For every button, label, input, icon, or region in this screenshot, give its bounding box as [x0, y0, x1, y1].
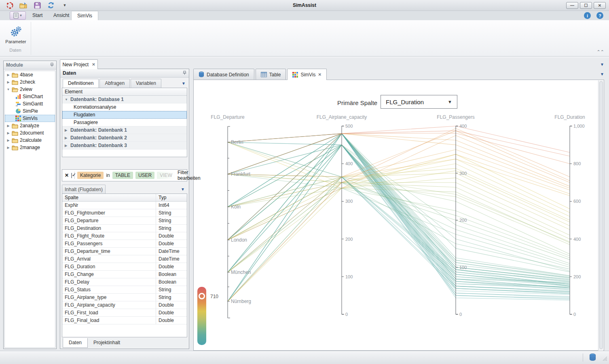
table-row[interactable]: FLG_DepartureString: [62, 217, 187, 225]
table-row[interactable]: FLG_Airplane_typeString: [62, 294, 187, 301]
table-row[interactable]: FLG_ChangeBoolean: [62, 271, 187, 278]
scrollbar-thumb[interactable]: [599, 81, 603, 349]
tab-simvis-doc[interactable]: SimVis ✕: [287, 69, 327, 80]
table-row[interactable]: FLG_PassengersDouble: [62, 240, 187, 248]
element-row-datenbank-database-1[interactable]: ▼Datenbank: Database 1: [62, 96, 187, 103]
filter-value-chip-table[interactable]: TABLE: [112, 172, 133, 179]
application-menu-button[interactable]: ▼: [10, 11, 26, 20]
expand-icon[interactable]: ▶: [6, 139, 10, 142]
filter-category-chip[interactable]: Kategorie: [77, 172, 104, 179]
minimize-button[interactable]: —: [566, 2, 578, 9]
expand-icon[interactable]: ▶: [6, 80, 10, 84]
sidebar-item-2view[interactable]: ▼2view: [5, 86, 55, 93]
tab-table[interactable]: Table: [256, 69, 286, 80]
chart-scrollbar[interactable]: [598, 80, 603, 351]
table-row[interactable]: FLG_DelayBoolean: [62, 278, 187, 286]
parallel-coordinates-chart[interactable]: FLG_DepartureBerlinFrankfurtKölnLondonMü…: [194, 80, 599, 350]
pc-line[interactable]: [228, 131, 570, 174]
database-status-icon[interactable]: [589, 353, 596, 362]
pin-icon[interactable]: [183, 71, 186, 76]
tab-start[interactable]: Start: [27, 11, 48, 20]
pc-line[interactable]: [228, 174, 570, 267]
filter-enabled-checkbox[interactable]: [71, 173, 72, 178]
tab-abfragen[interactable]: Abfragen: [99, 79, 130, 88]
column-header-spalte[interactable]: Spalte: [62, 194, 156, 201]
filter-value-chip-user[interactable]: USER: [135, 172, 154, 179]
element-row-passagiere[interactable]: Passagiere: [62, 119, 187, 126]
inhalt-dropdown-icon[interactable]: ▼: [181, 187, 185, 191]
tab-variablen[interactable]: Variablen: [131, 79, 161, 88]
sidebar-item-simchart[interactable]: SimChart: [5, 93, 55, 100]
sidebar-item-2document[interactable]: ▶2document: [5, 129, 55, 137]
bottom-tab-daten[interactable]: Daten: [63, 338, 88, 348]
expand-icon[interactable]: ▶: [6, 124, 10, 128]
expand-icon[interactable]: ▶: [6, 73, 10, 77]
element-row-datenbank-datenbank-3[interactable]: ▶Datenbank: Datenbank 3: [62, 142, 187, 149]
tab-database-definition[interactable]: Database Definition: [193, 69, 254, 80]
help-icon[interactable]: ?: [596, 12, 603, 19]
table-row[interactable]: FLG_StatusString: [62, 286, 187, 294]
sidebar-item-simvis[interactable]: SimVis: [5, 115, 55, 122]
pc-line[interactable]: [228, 145, 570, 271]
element-row-datenbank-datenbank-1[interactable]: ▶Datenbank: Datenbank 1: [62, 126, 187, 134]
sidebar-item-2calculate[interactable]: ▶2calculate: [5, 137, 55, 144]
sidebar-item-simgantt[interactable]: SimGantt: [5, 100, 55, 107]
table-row[interactable]: FLG_Airplane_capacityDouble: [62, 301, 187, 309]
folder-icon: [12, 87, 18, 92]
sidebar-item-label: SimGantt: [23, 101, 43, 107]
close-button[interactable]: ✕: [594, 2, 606, 9]
element-row-datenbank-datenbank-2[interactable]: ▶Datenbank: Datenbank 2: [62, 134, 187, 142]
info-icon[interactable]: i: [584, 12, 591, 19]
sidebar-item-2manage[interactable]: ▶2manage: [5, 144, 55, 151]
document-tabs-dropdown-icon[interactable]: ▼: [600, 72, 604, 76]
resize-grip[interactable]: [602, 356, 607, 362]
sidebar-item-4base[interactable]: ▶4base: [5, 71, 55, 78]
pc-line[interactable]: [228, 134, 570, 292]
tab-simvis-close-icon[interactable]: ✕: [318, 72, 321, 77]
table-row[interactable]: FLG_DurationDouble: [62, 263, 187, 271]
sidebar-item-simpie[interactable]: SimPie: [5, 107, 55, 115]
table-row[interactable]: FLG_ArrivalDateTime: [62, 255, 187, 263]
cell-typ: Double: [156, 263, 187, 270]
remove-filter-icon[interactable]: ✕: [65, 173, 69, 178]
pc-line[interactable]: [228, 177, 570, 293]
bottom-tab-projektinhalt[interactable]: Projektinhalt: [88, 338, 126, 348]
expand-icon[interactable]: ▶: [6, 146, 10, 149]
project-tab-close-icon[interactable]: ✕: [92, 62, 95, 67]
sidebar-item-2analyze[interactable]: ▶2analyze: [5, 122, 55, 129]
tab-simvis[interactable]: SimVis: [71, 11, 98, 20]
collapse-icon[interactable]: ▼: [6, 88, 10, 91]
collapse-icon[interactable]: ▼: [65, 98, 68, 101]
pin-icon[interactable]: [50, 63, 54, 68]
project-strip-dropdown-icon[interactable]: ▼: [600, 62, 604, 67]
tab-definitionen[interactable]: Definitionen: [63, 79, 99, 88]
pc-line[interactable]: [228, 133, 570, 240]
parameter-button[interactable]: Parameter: [3, 23, 28, 48]
table-row[interactable]: ExpNrInt64: [62, 202, 187, 209]
table-row[interactable]: FLG_FlightnumberString: [62, 209, 187, 217]
expand-icon[interactable]: ▶: [65, 144, 68, 147]
sidebar-item-2check[interactable]: ▶2check: [5, 78, 55, 86]
collapse-ribbon-icon[interactable]: ⌃⌃: [597, 49, 604, 55]
project-tab[interactable]: New Project ✕: [60, 59, 98, 69]
expand-icon[interactable]: ▶: [65, 136, 68, 140]
tabs-dropdown-icon[interactable]: ▼: [182, 81, 186, 86]
pc-line[interactable]: [228, 145, 570, 281]
cell-spalte: FLG_Change: [62, 271, 156, 278]
table-row[interactable]: FLG_Final_loadDouble: [62, 317, 187, 324]
filter-edit-link[interactable]: Filter bearbeiten: [178, 170, 201, 181]
table-row[interactable]: FLG_Flight_RouteDouble: [62, 232, 187, 240]
table-row[interactable]: FLG_First_loadDouble: [62, 309, 187, 317]
expand-icon[interactable]: ▶: [6, 131, 10, 135]
pc-line[interactable]: [228, 134, 570, 186]
inhalt-tab[interactable]: Inhalt (Flugdaten): [62, 185, 106, 194]
expand-icon[interactable]: ▶: [65, 128, 68, 132]
table-row[interactable]: FLG_Departure_timeDateTime: [62, 248, 187, 255]
element-row-flugdaten[interactable]: Flugdaten: [62, 111, 187, 119]
pc-line[interactable]: [228, 159, 570, 213]
element-row-korrelationsanalyse[interactable]: Korrelationsanalyse: [62, 103, 187, 111]
column-header-typ[interactable]: Typ: [156, 194, 187, 201]
ribbon-tab-row: ▼ Start Ansicht SimVis i ?: [0, 11, 609, 20]
table-row[interactable]: FLG_DestinationString: [62, 225, 187, 232]
maximize-button[interactable]: ☐: [580, 2, 592, 9]
